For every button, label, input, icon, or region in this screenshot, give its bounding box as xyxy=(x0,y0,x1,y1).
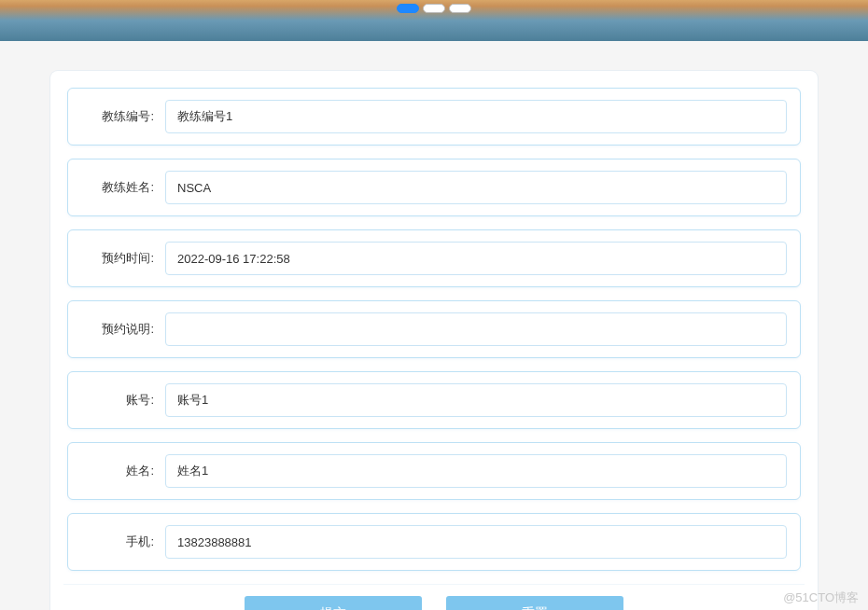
input-appt-time[interactable] xyxy=(165,242,787,275)
row-appt-time: 预约时间: xyxy=(67,229,801,287)
input-name[interactable] xyxy=(165,454,787,488)
label-account: 账号: xyxy=(81,392,154,409)
input-phone[interactable] xyxy=(165,525,787,559)
reset-button[interactable]: 重置 xyxy=(446,596,623,610)
carousel-dot-1[interactable] xyxy=(397,4,419,13)
row-appt-desc: 预约说明: xyxy=(67,300,801,358)
carousel-dots xyxy=(397,4,471,13)
label-appt-time: 预约时间: xyxy=(81,250,154,267)
row-coach-no: 教练编号: xyxy=(67,88,801,146)
watermark: @51CTO博客 xyxy=(783,589,859,606)
carousel-dot-2[interactable] xyxy=(423,4,445,13)
label-name: 姓名: xyxy=(81,463,154,479)
button-row: 提交 重置 xyxy=(63,584,805,610)
label-phone: 手机: xyxy=(81,534,154,550)
banner xyxy=(0,0,868,41)
input-coach-name[interactable] xyxy=(165,171,787,204)
row-name: 姓名: xyxy=(67,442,801,500)
input-appt-desc[interactable] xyxy=(165,312,787,346)
carousel-dot-3[interactable] xyxy=(449,4,471,13)
row-account: 账号: xyxy=(67,371,801,429)
input-account[interactable] xyxy=(165,383,787,417)
input-coach-no[interactable] xyxy=(165,100,787,133)
label-coach-no: 教练编号: xyxy=(81,108,154,125)
form-container: 教练编号: 教练姓名: 预约时间: 预约说明: 账号: 姓名: 手机: 提交 重… xyxy=(50,71,818,610)
submit-button[interactable]: 提交 xyxy=(245,596,422,610)
label-coach-name: 教练姓名: xyxy=(81,179,154,196)
label-appt-desc: 预约说明: xyxy=(81,321,154,338)
row-coach-name: 教练姓名: xyxy=(67,159,801,216)
row-phone: 手机: xyxy=(67,513,801,571)
